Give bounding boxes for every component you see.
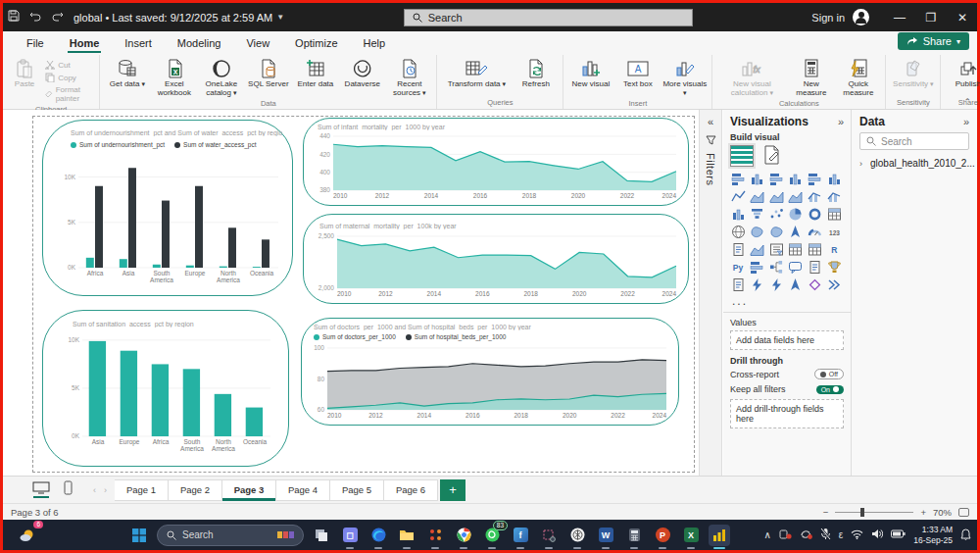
word-icon[interactable]: W (595, 525, 616, 546)
taskbar-clock[interactable]: 1:33 AM 16-Sep-25 (913, 525, 953, 545)
menu-home[interactable]: Home (58, 34, 112, 53)
sync-status-icon[interactable] (800, 528, 812, 542)
save-icon[interactable] (3, 10, 24, 25)
redo-icon[interactable] (46, 11, 68, 25)
powerbi-icon[interactable] (709, 525, 730, 546)
get-more-visuals-button[interactable]: ... (732, 294, 844, 308)
kpi[interactable] (750, 242, 765, 257)
calculator-icon[interactable] (623, 525, 645, 546)
zoom-out-button[interactable]: − (823, 507, 829, 518)
scatter-chart[interactable] (768, 207, 784, 222)
visual-maternal-mortality[interactable]: Sum of maternal_mortality_per_100k by ye… (303, 214, 689, 304)
column-chart-sanitation[interactable]: 0K5K10KAsiaEuropeAfricaSouthAmericaNorth… (61, 332, 274, 456)
text-box-button[interactable]: A Text box (614, 57, 661, 89)
account-avatar[interactable] (853, 9, 869, 25)
area-chart-maternal[interactable]: 2,0002,500201020122014201620182020202220… (312, 233, 680, 299)
chrome-icon[interactable] (453, 525, 474, 546)
area-chart[interactable] (750, 189, 765, 204)
matrix[interactable] (808, 242, 823, 257)
keep-all-filters-toggle[interactable]: On (816, 385, 844, 394)
decomposition-tree[interactable] (768, 260, 784, 275)
quick-measure-button[interactable]: Quick measure (835, 57, 881, 98)
format-painter-button[interactable]: Format painter (43, 84, 95, 104)
excel-taskbar-icon[interactable]: X (680, 525, 702, 546)
excel-workbook-button[interactable]: X Excel workbook (151, 57, 197, 98)
area-chart-doctors-beds[interactable]: 608010020102012201420162018202020222024 (310, 345, 670, 421)
onelake-catalog-button[interactable]: OneLake catalog (198, 57, 244, 98)
qna[interactable] (788, 260, 804, 275)
treemap[interactable] (826, 207, 842, 222)
transform-data-button[interactable]: Transform data (441, 57, 512, 89)
filters-rail-label[interactable]: Filters (705, 153, 716, 185)
azure-map[interactable] (788, 225, 804, 239)
new-measure-button[interactable]: New measure (788, 57, 834, 98)
share-button[interactable]: Share▾ (898, 32, 969, 50)
card[interactable]: 123 (826, 225, 842, 239)
menu-file[interactable]: File (15, 34, 56, 53)
power-apps-visual[interactable] (750, 277, 765, 292)
enter-data-button[interactable]: Enter data (292, 57, 338, 89)
clustered-column-chart[interactable] (788, 172, 804, 186)
collapse-ribbon-icon[interactable]: ⌃ (963, 97, 971, 107)
new-visual-button[interactable]: New visual (567, 57, 613, 89)
format-visual-tab[interactable] (763, 145, 781, 167)
sensitivity-button[interactable]: Sensitivity (890, 57, 936, 89)
start-button[interactable] (128, 525, 150, 546)
menu-modeling[interactable]: Modeling (166, 34, 233, 53)
publish-button[interactable]: Publish (945, 57, 980, 89)
paste-button[interactable]: Paste (7, 57, 42, 89)
clustered-column-chart[interactable]: 0K5K10KAfricaAsiaSouthAmericaEuropeNorth… (57, 156, 282, 287)
clustered-bar-chart[interactable] (768, 172, 784, 186)
collapse-data-icon[interactable]: » (963, 116, 969, 127)
paginated-report[interactable] (730, 277, 746, 292)
shape-map[interactable] (768, 225, 784, 239)
100-stacked-column-chart[interactable] (826, 172, 842, 186)
weather-widget[interactable]: 6 (17, 525, 38, 546)
menu-optimize[interactable]: Optimize (283, 34, 349, 53)
mobile-view-icon[interactable] (60, 480, 75, 499)
edge-icon[interactable] (368, 525, 389, 546)
hidden-icons-chevron[interactable]: ∧ (764, 529, 771, 540)
zoom-in-button[interactable]: + (920, 507, 926, 518)
menu-help[interactable]: Help (352, 34, 398, 53)
line-and-stacked-column-chart[interactable] (808, 189, 823, 204)
waterfall-chart[interactable] (730, 207, 746, 222)
diamond-visual[interactable] (808, 277, 823, 292)
drill-through-field-well[interactable]: Add drill-through fields here (730, 399, 844, 428)
notifications-bell-icon[interactable] (960, 528, 971, 542)
ribbon-chart[interactable] (788, 189, 804, 204)
chatgpt-icon[interactable] (566, 525, 588, 546)
menu-insert[interactable]: Insert (113, 34, 164, 53)
undo-icon[interactable] (24, 11, 46, 25)
report-canvas[interactable]: Sum of undernourishment_pct and Sum of w… (3, 110, 699, 476)
title-dropdown-icon[interactable]: ▼ (276, 13, 284, 22)
add-page-button[interactable]: + (440, 479, 466, 501)
recent-sources-button[interactable]: Recent sources (386, 57, 432, 98)
map[interactable] (730, 225, 746, 239)
line-chart[interactable] (730, 189, 746, 204)
100-stacked-bar-chart[interactable] (808, 172, 823, 186)
multi-row-card[interactable] (730, 242, 746, 257)
restore-button[interactable]: ❐ (916, 3, 946, 31)
gauge[interactable] (808, 225, 823, 239)
minimize-button[interactable]: — (885, 3, 914, 31)
stacked-column-chart[interactable] (750, 172, 765, 186)
next-page-icon[interactable]: › (104, 485, 107, 495)
cut-button[interactable]: Cut (43, 59, 95, 71)
values-field-well[interactable]: Add data fields here (730, 330, 844, 350)
powerpoint-icon[interactable]: P (652, 525, 673, 546)
menu-view[interactable]: View (234, 34, 281, 53)
fit-to-page-icon[interactable] (958, 508, 969, 517)
collapse-visualizations-icon[interactable]: » (838, 116, 844, 127)
taskbar-search-input[interactable]: Search (157, 525, 304, 546)
tab-page-3[interactable]: Page 3 (222, 479, 276, 501)
sql-server-button[interactable]: SQL Server (245, 57, 291, 89)
arcgis-map[interactable] (788, 277, 804, 292)
unknown-red-app-icon[interactable] (424, 525, 446, 546)
tab-page-1[interactable]: Page 1 (115, 479, 169, 501)
volume-icon[interactable] (871, 528, 883, 541)
task-view-button[interactable] (311, 525, 332, 546)
more-visuals-button[interactable]: More visuals (662, 57, 708, 98)
stacked-area-chart[interactable] (768, 189, 784, 204)
mic-muted-icon[interactable] (820, 528, 831, 542)
